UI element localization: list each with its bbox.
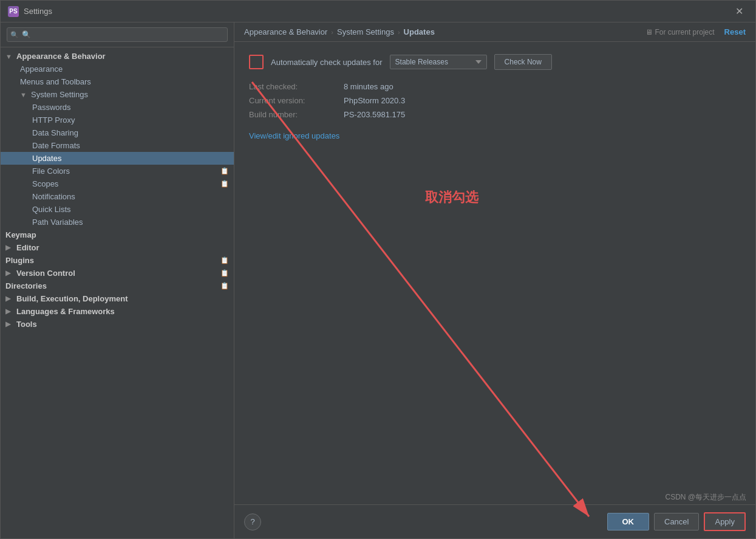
- build-number-value: PS-203.5981.175: [344, 110, 735, 119]
- project-icon: 🖥: [645, 28, 653, 36]
- breadcrumb-bar: Appearance & Behavior › System Settings …: [234, 22, 755, 42]
- breadcrumb: Appearance & Behavior › System Settings …: [244, 27, 435, 36]
- build-expand-icon: ▶: [5, 295, 13, 303]
- auto-update-row: Automatically check updates for Stable R…: [249, 54, 735, 70]
- update-info-grid: Last checked: 8 minutes ago Current vers…: [249, 82, 735, 119]
- sidebar-item-data-sharing[interactable]: Data Sharing: [1, 126, 234, 139]
- breadcrumb-item-current: Updates: [404, 27, 435, 36]
- auto-update-label: Automatically check updates for: [271, 58, 383, 67]
- last-checked-label: Last checked:: [249, 82, 334, 91]
- sidebar-item-updates[interactable]: Updates: [1, 152, 234, 165]
- tools-expand-icon: ▶: [5, 320, 13, 328]
- build-number-label: Build number:: [249, 110, 334, 119]
- directories-icon: 📋: [220, 282, 229, 290]
- sidebar-item-plugins[interactable]: Plugins 📋: [1, 254, 234, 267]
- ok-button[interactable]: OK: [607, 513, 650, 530]
- vc-icon: 📋: [220, 269, 229, 277]
- current-version-value: PhpStorm 2020.3: [344, 96, 735, 105]
- breadcrumb-arrow-1: ›: [331, 29, 333, 36]
- sidebar-item-keymap[interactable]: Keymap: [1, 228, 234, 241]
- updates-section: Automatically check updates for Stable R…: [249, 54, 735, 140]
- breadcrumb-arrow-2: ›: [398, 29, 400, 36]
- apply-button[interactable]: Apply: [704, 512, 746, 531]
- update-channel-dropdown[interactable]: Stable Releases Early Access Program: [390, 55, 487, 69]
- sidebar-tree: ▼ Appearance & Behavior Appearance Menus…: [1, 47, 234, 538]
- sidebar-item-http-proxy[interactable]: HTTP Proxy: [1, 114, 234, 126]
- app-icon: PS: [8, 6, 19, 17]
- help-button[interactable]: ?: [244, 513, 261, 530]
- view-edit-ignored-updates-link[interactable]: View/edit ignored updates: [249, 131, 339, 140]
- sidebar-item-passwords[interactable]: Passwords: [1, 101, 234, 114]
- right-panel: Appearance & Behavior › System Settings …: [234, 22, 755, 538]
- window-title: Settings: [24, 7, 730, 16]
- sidebar: ▼ Appearance & Behavior Appearance Menus…: [1, 22, 234, 538]
- sidebar-item-directories[interactable]: Directories 📋: [1, 280, 234, 292]
- sidebar-item-appearance[interactable]: Appearance: [1, 63, 234, 75]
- for-current-project: 🖥 For current project: [645, 28, 715, 36]
- sidebar-item-date-formats[interactable]: Date Formats: [1, 139, 234, 152]
- sidebar-item-file-colors[interactable]: File Colors 📋: [1, 165, 234, 177]
- search-bar: [1, 22, 234, 47]
- bottom-bar: ? OK Cancel Apply: [234, 504, 755, 538]
- lang-expand-icon: ▶: [5, 307, 13, 315]
- auto-update-checkbox[interactable]: [249, 55, 264, 69]
- breadcrumb-item-2: System Settings: [337, 27, 394, 36]
- current-version-label: Current version:: [249, 96, 334, 105]
- ignored-updates-link-row: View/edit ignored updates: [249, 131, 735, 140]
- content-area: Automatically check updates for Stable R…: [234, 42, 755, 504]
- sidebar-item-build-execution-deployment[interactable]: ▶ Build, Execution, Deployment: [1, 292, 234, 305]
- sidebar-item-system-settings[interactable]: ▼ System Settings: [1, 88, 234, 101]
- check-now-button[interactable]: Check Now: [494, 54, 552, 70]
- sidebar-item-appearance-behavior[interactable]: ▼ Appearance & Behavior: [1, 50, 234, 63]
- breadcrumb-right: 🖥 For current project Reset: [645, 27, 746, 36]
- reset-link[interactable]: Reset: [724, 27, 746, 36]
- breadcrumb-item-1: Appearance & Behavior: [244, 27, 327, 36]
- editor-expand-icon: ▶: [5, 244, 13, 252]
- sidebar-item-menus-toolbars[interactable]: Menus and Toolbars: [1, 75, 234, 88]
- watermark: CSDN @每天进步一点点: [665, 492, 746, 503]
- scopes-icon: 📋: [220, 180, 229, 188]
- title-bar: PS Settings ✕: [1, 1, 755, 22]
- sidebar-item-editor[interactable]: ▶ Editor: [1, 241, 234, 254]
- sidebar-item-languages-frameworks[interactable]: ▶ Languages & Frameworks: [1, 305, 234, 318]
- sidebar-item-scopes[interactable]: Scopes 📋: [1, 177, 234, 190]
- last-checked-value: 8 minutes ago: [344, 82, 735, 91]
- file-colors-icon: 📋: [220, 167, 229, 175]
- plugins-icon: 📋: [220, 256, 229, 264]
- expand-icon: ▼: [5, 53, 13, 60]
- sidebar-item-path-variables[interactable]: Path Variables: [1, 216, 234, 228]
- close-button[interactable]: ✕: [730, 3, 748, 19]
- sidebar-item-quick-lists[interactable]: Quick Lists: [1, 203, 234, 216]
- vc-expand-icon: ▶: [5, 269, 13, 277]
- sidebar-item-tools[interactable]: ▶ Tools: [1, 318, 234, 331]
- sidebar-item-version-control[interactable]: ▶ Version Control 📋: [1, 267, 234, 280]
- cancel-button[interactable]: Cancel: [654, 513, 699, 530]
- sidebar-item-notifications[interactable]: Notifications: [1, 190, 234, 203]
- search-input[interactable]: [7, 27, 228, 42]
- system-expand-icon: ▼: [20, 91, 27, 98]
